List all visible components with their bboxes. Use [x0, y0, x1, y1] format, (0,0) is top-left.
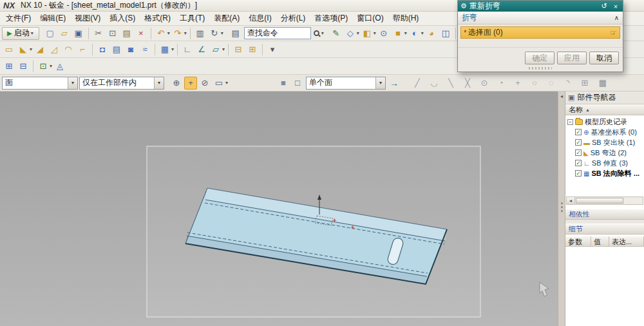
more-commands-icon[interactable]: ▾ [266, 43, 279, 56]
hem-flange-icon[interactable]: ◠ [62, 43, 75, 56]
dialog-resize-grip[interactable] [529, 67, 552, 70]
point-on-surface-snap-icon[interactable]: ◌ [545, 77, 558, 90]
tangent-snap-icon[interactable]: ◝ [562, 77, 574, 90]
hole-icon[interactable]: ⊙ [377, 27, 390, 40]
feature-datum-csys-checkbox[interactable]: ✓ [575, 129, 582, 135]
datum-plane-icon-arrow[interactable]: ▾ [357, 30, 359, 36]
graphics-area[interactable] [0, 91, 558, 326]
drawn-cutout-icon[interactable]: ◙ [124, 43, 137, 56]
tab-command-icon[interactable]: ▭ [3, 43, 15, 56]
feature-datum-csys-row[interactable]: ✓⊕基准坐标系 (0) [565, 127, 644, 137]
midpoint-snap-icon[interactable]: ◡ [428, 77, 440, 90]
select-all-icon[interactable]: ⊕ [170, 77, 183, 90]
undo-icon[interactable]: ↶ [155, 27, 167, 40]
unite-icon-arrow[interactable]: ▾ [421, 30, 424, 36]
menu-insert[interactable]: 插入(S) [105, 12, 140, 25]
select-face-field[interactable]: * 选择面 (0) ☞ [460, 26, 620, 39]
model-view[interactable] [0, 91, 558, 326]
panel-splitter[interactable]: ◂ [558, 91, 565, 326]
copy-icon[interactable]: ⊡ [106, 27, 119, 40]
face-select-icon[interactable]: ☞ [610, 28, 617, 37]
reset-icon[interactable]: ↺ [600, 2, 609, 10]
command-finder-icon[interactable]: ▤ [229, 27, 242, 40]
dialog-title-bar[interactable]: ⚙ 重新折弯 ↺ × [458, 1, 623, 12]
menu-preferences[interactable]: 首选项(P) [310, 12, 352, 25]
menu-file[interactable]: 文件(F) [1, 12, 35, 25]
edge-blend-icon[interactable]: ◕ [425, 27, 438, 40]
print-icon[interactable]: ▥ [194, 27, 207, 40]
shaded-cube-icon[interactable]: ■ [277, 77, 290, 90]
paste-icon[interactable]: ▤ [120, 27, 133, 40]
ok-button[interactable]: 确定 [525, 52, 554, 64]
menu-help[interactable]: 帮助(H) [388, 12, 424, 25]
normal-cutout-icon[interactable]: ▦ [158, 43, 171, 56]
datum-plane-icon[interactable]: ◇ [344, 27, 357, 40]
splitter-collapse-icon[interactable]: ◂ [560, 93, 563, 99]
cut-icon[interactable]: ✂ [92, 27, 105, 40]
cancel-button[interactable]: 取消 [589, 52, 619, 64]
new-part-icon[interactable]: ▢ [44, 27, 57, 40]
rebend-icon[interactable]: ∠ [195, 43, 208, 56]
finish-selection-icon[interactable]: → [388, 77, 401, 90]
navigator-header[interactable]: ▣ 部件导航器 [565, 91, 644, 104]
redo-icon[interactable]: ↷ [171, 27, 184, 40]
scope-filter-dropdown-icon[interactable]: ▾ [154, 77, 164, 89]
bend-section-header[interactable]: 折弯 ∧ [458, 12, 623, 24]
feature-sb-unbend-checkbox[interactable]: ✓ [575, 160, 582, 166]
quadrant-snap-icon[interactable]: ◔ [495, 77, 507, 90]
navigator-hscrollbar[interactable]: ◂ [566, 197, 643, 205]
menu-assemblies[interactable]: 装配(A) [209, 12, 244, 25]
type-filter-combo[interactable]: 面 ▾ [2, 77, 78, 90]
block-icon[interactable]: ■ [392, 27, 404, 40]
intersection-snap-icon[interactable]: ╳ [461, 77, 474, 90]
pattern-feature-icon[interactable]: ⊞ [3, 60, 15, 73]
expression-icon-arrow[interactable]: ▾ [50, 63, 52, 69]
menu-edit[interactable]: 编辑(E) [35, 12, 70, 25]
scroll-left-icon[interactable]: ◂ [567, 197, 575, 204]
sheetmetal-from-solid-icon[interactable]: ⊞ [246, 43, 259, 56]
arc-center-snap-icon[interactable]: ⊙ [478, 77, 491, 90]
repeat-command-icon[interactable]: ↻ [208, 27, 221, 40]
extrude-icon[interactable]: ◧ [361, 27, 374, 40]
face-center-snap-icon[interactable]: ⊞ [578, 77, 591, 90]
shell-icon[interactable]: ◫ [439, 27, 452, 40]
contour-flange-icon[interactable]: ◢ [33, 43, 46, 56]
convert-to-sheetmetal-icon[interactable]: ⊟ [232, 43, 245, 56]
feature-sb-tab-row[interactable]: ✓▬SB 突出块 (1) [565, 137, 644, 148]
feature-sb-normal-cutout-checkbox[interactable]: ✓ [575, 170, 582, 177]
menu-window[interactable]: 窗口(O) [352, 12, 388, 25]
wireframe-cube-icon[interactable]: □ [291, 77, 304, 90]
open-icon[interactable]: ▱ [58, 27, 71, 40]
scroll-thumb[interactable] [576, 198, 623, 204]
lofted-flange-icon[interactable]: ◿ [48, 43, 61, 56]
menu-format[interactable]: 格式(R) [140, 12, 175, 25]
menu-information[interactable]: 信息(I) [244, 12, 276, 25]
control-point-snap-icon[interactable]: ╲ [444, 77, 457, 90]
grid-snap-icon[interactable]: ▦ [596, 77, 609, 90]
sketch-icon[interactable]: ✎ [330, 27, 343, 40]
undo-icon-arrow[interactable]: ▾ [167, 30, 170, 36]
measure-distance-icon[interactable]: ◬ [53, 60, 66, 73]
endpoint-snap-icon[interactable]: ╱ [411, 77, 424, 90]
search-dropdown-icon[interactable]: ▾ [321, 30, 324, 36]
tree-collapse-icon[interactable]: − [567, 119, 573, 125]
deselect-all-icon[interactable]: ⊘ [198, 77, 211, 90]
normal-cutout-icon-arrow[interactable]: ▾ [171, 46, 174, 52]
delete-icon[interactable]: × [135, 27, 147, 40]
menu-view[interactable]: 视图(V) [70, 12, 105, 25]
history-root-row[interactable]: −模型历史记录 [565, 117, 644, 127]
start-menu-button[interactable]: ▶ 启动 ▾ [2, 27, 39, 40]
flat-pattern-icon-arrow[interactable]: ▾ [222, 46, 225, 52]
chevron-up-icon[interactable]: ∧ [614, 14, 619, 21]
feature-sb-tab-checkbox[interactable]: ✓ [575, 139, 582, 146]
search-icon[interactable] [314, 30, 319, 36]
face-rule-combo[interactable]: 单个面 ▾ [306, 77, 386, 90]
details-section-header[interactable]: 细节 [565, 224, 644, 235]
lasso-select-icon[interactable]: ▭ [213, 77, 225, 90]
expression-icon[interactable]: ⊡ [37, 60, 50, 73]
menu-analysis[interactable]: 分析(L) [276, 12, 310, 25]
command-search-input[interactable] [244, 27, 311, 39]
apply-button[interactable]: 应用 [557, 52, 587, 64]
dialog-close-icon[interactable]: × [611, 3, 620, 10]
flat-pattern-icon[interactable]: ▱ [209, 43, 222, 56]
